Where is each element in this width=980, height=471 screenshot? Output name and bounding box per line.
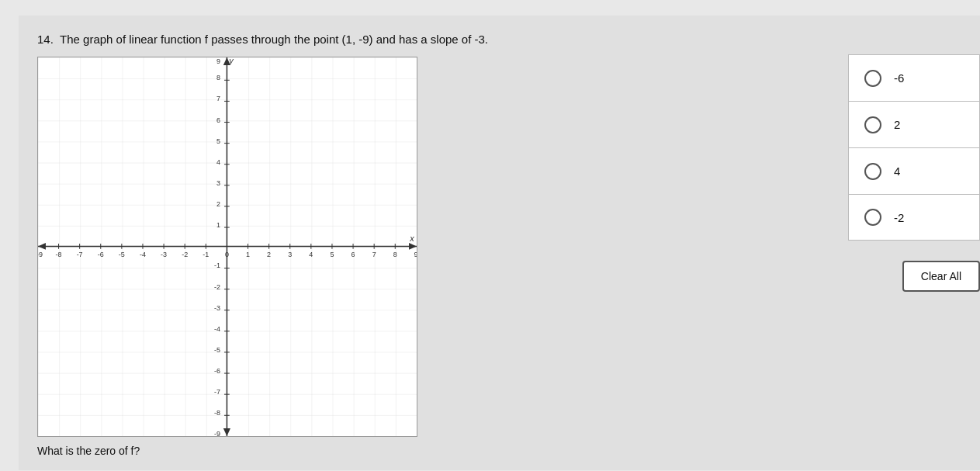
svg-text:-1: -1 xyxy=(214,262,220,270)
svg-text:-5: -5 xyxy=(214,346,220,354)
svg-text:-6: -6 xyxy=(214,367,220,375)
svg-text:5: 5 xyxy=(216,137,220,145)
svg-text:9: 9 xyxy=(414,251,417,258)
option-label-2: 2 xyxy=(894,118,900,131)
svg-text:-7: -7 xyxy=(214,388,220,396)
svg-text:1: 1 xyxy=(216,221,220,229)
svg-text:3: 3 xyxy=(288,251,292,258)
svg-text:3: 3 xyxy=(216,179,220,187)
option-label-4: 4 xyxy=(894,165,900,178)
svg-text:-5: -5 xyxy=(119,251,125,258)
answer-option-2[interactable]: 2 xyxy=(848,101,980,147)
radio-2[interactable] xyxy=(864,116,881,133)
svg-text:-1: -1 xyxy=(203,251,209,258)
answer-option-4[interactable]: 4 xyxy=(848,147,980,194)
radio-4[interactable] xyxy=(864,163,881,180)
coordinate-graph: 0 1 2 3 4 5 6 7 8 9 -1 -2 -3 -4 -5 -6 -7… xyxy=(37,57,417,437)
svg-text:-2: -2 xyxy=(182,251,188,258)
svg-text:7: 7 xyxy=(216,95,220,102)
radio-neg2[interactable] xyxy=(864,209,881,226)
svg-text:-2: -2 xyxy=(214,283,220,291)
question-number: 14. xyxy=(37,33,54,46)
option-label-neg2: -2 xyxy=(894,211,904,224)
svg-text:-7: -7 xyxy=(77,251,83,258)
svg-text:6: 6 xyxy=(216,116,220,124)
svg-text:-9: -9 xyxy=(37,251,43,258)
svg-text:2: 2 xyxy=(216,200,220,208)
answer-option-neg2[interactable]: -2 xyxy=(848,194,980,241)
answer-panel: -6 2 4 -2 Clear All xyxy=(848,54,980,292)
svg-text:-6: -6 xyxy=(98,251,104,258)
svg-text:-4: -4 xyxy=(140,251,146,258)
svg-text:8: 8 xyxy=(393,251,397,258)
svg-text:0: 0 xyxy=(225,251,229,258)
svg-text:6: 6 xyxy=(351,251,355,258)
svg-text:-3: -3 xyxy=(214,304,220,312)
svg-text:4: 4 xyxy=(309,251,313,258)
svg-text:-8: -8 xyxy=(56,251,62,258)
svg-text:4: 4 xyxy=(216,158,220,166)
svg-text:x: x xyxy=(409,234,414,243)
svg-text:2: 2 xyxy=(267,251,271,258)
clear-row: Clear All xyxy=(848,251,980,292)
graph-area: 0 1 2 3 4 5 6 7 8 9 -1 -2 -3 -4 -5 -6 -7… xyxy=(37,57,417,457)
option-label-neg6: -6 xyxy=(894,71,904,85)
question-header: 14. The graph of linear function f passe… xyxy=(37,31,980,47)
svg-text:7: 7 xyxy=(372,251,376,258)
svg-text:1: 1 xyxy=(246,251,250,258)
question-text: The graph of linear function f passes th… xyxy=(60,33,488,46)
answer-option-neg6[interactable]: -6 xyxy=(848,54,980,101)
svg-text:-3: -3 xyxy=(161,251,167,258)
svg-text:8: 8 xyxy=(216,74,220,81)
sub-question: What is the zero of f? xyxy=(37,445,417,457)
svg-text:-4: -4 xyxy=(214,325,220,333)
svg-text:5: 5 xyxy=(330,251,334,258)
svg-text:-8: -8 xyxy=(214,409,220,417)
svg-text:-9: -9 xyxy=(214,430,220,437)
radio-neg6[interactable] xyxy=(864,70,881,87)
svg-text:9: 9 xyxy=(216,57,220,65)
clear-all-button[interactable]: Clear All xyxy=(902,261,980,292)
